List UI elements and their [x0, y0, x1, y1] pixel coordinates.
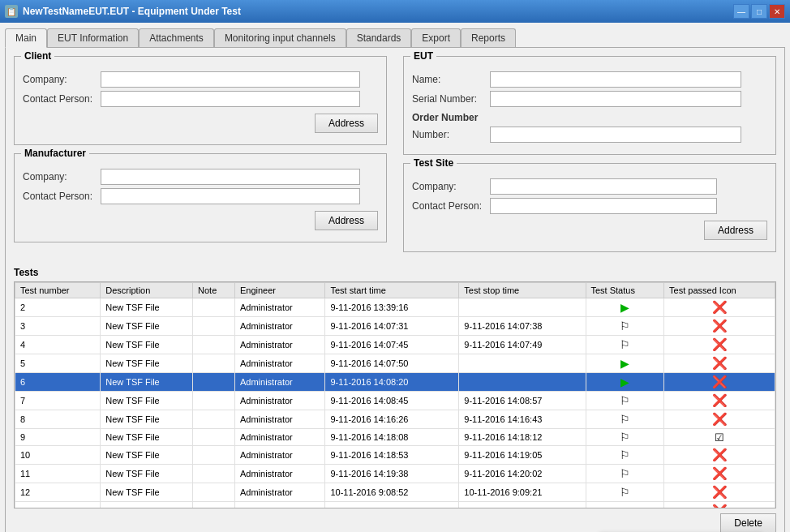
tab-eut-information[interactable]: EUT Information: [47, 28, 139, 48]
testsite-contact-label: Contact Person:: [412, 200, 485, 212]
eut-name-input[interactable]: [490, 71, 741, 88]
cell-status: ⚐: [586, 317, 664, 336]
cell-description: New TSF File: [101, 317, 193, 336]
cell-test-number: 9: [15, 429, 101, 446]
checkered-icon: ⚐: [620, 413, 630, 426]
client-address-button[interactable]: Address: [315, 114, 378, 133]
tab-attachments[interactable]: Attachments: [139, 28, 214, 48]
cell-start-time: 10-11-2016 9:08:52: [325, 483, 459, 502]
client-contact-row: Contact Person:: [23, 91, 378, 107]
cell-start-time: 14-11-2016 16:24:11: [325, 502, 459, 509]
manufacturer-address-row: Address: [23, 211, 378, 230]
tests-section: Tests Test number Description Note Engin…: [14, 267, 776, 532]
cell-description: New TSF File: [101, 336, 193, 354]
checkered-icon: ⚐: [620, 394, 630, 407]
checkbox-icon: ☑: [715, 431, 724, 444]
manufacturer-contact-input[interactable]: [101, 188, 360, 204]
table-row[interactable]: 13New TSF FileAdministrator14-11-2016 16…: [15, 502, 775, 509]
tab-standards[interactable]: Standards: [346, 28, 412, 48]
cell-start-time: 9-11-2016 14:18:53: [325, 446, 459, 465]
minimize-button[interactable]: —: [733, 4, 749, 19]
cell-description: New TSF File: [101, 465, 193, 483]
bottom-bar: Delete: [14, 513, 776, 532]
cell-engineer: Administrator: [234, 446, 324, 465]
cell-engineer: Administrator: [234, 410, 324, 429]
client-contact-input[interactable]: [101, 91, 360, 107]
checkered-icon: ⚐: [620, 467, 630, 480]
table-row[interactable]: 2New TSF FileAdministrator9-11-2016 13:3…: [15, 298, 775, 317]
tab-monitoring-input-channels[interactable]: Monitoring input channels: [214, 28, 346, 48]
close-button[interactable]: ✕: [769, 4, 785, 19]
cell-engineer: Administrator: [234, 483, 324, 502]
cell-stop-time: [459, 298, 586, 317]
title-bar: 📋 NewTestNameEUT.EUT - Equipment Under T…: [0, 0, 790, 23]
table-row[interactable]: 5New TSF FileAdministrator9-11-2016 14:0…: [15, 354, 775, 373]
cell-engineer: Administrator: [234, 465, 324, 483]
cell-note: [193, 392, 235, 410]
cell-passed: ❌: [664, 465, 775, 483]
manufacturer-contact-label: Contact Person:: [23, 191, 96, 202]
table-row[interactable]: 11New TSF FileAdministrator9-11-2016 14:…: [15, 465, 775, 483]
testsite-address-button[interactable]: Address: [704, 221, 767, 240]
test-site-group-box: Test Site Company: Contact Person: Addre…: [403, 163, 776, 252]
table-row[interactable]: 9New TSF FileAdministrator9-11-2016 14:1…: [15, 429, 775, 446]
manufacturer-company-input[interactable]: [101, 169, 360, 185]
tab-main[interactable]: Main: [5, 28, 47, 48]
cell-passed: ❌: [664, 410, 775, 429]
cell-engineer: Administrator: [234, 392, 324, 410]
table-row[interactable]: 8New TSF FileAdministrator9-11-2016 14:1…: [15, 410, 775, 429]
cell-stop-time: [459, 354, 586, 373]
right-column: EUT Name: Serial Number: Order Number Nu…: [403, 56, 776, 260]
checkered-icon: ⚐: [620, 431, 630, 444]
testsite-company-input[interactable]: [490, 178, 717, 195]
cell-status: ⚐: [586, 410, 664, 429]
cell-note: [193, 502, 235, 509]
client-company-input[interactable]: [101, 71, 360, 88]
tab-reports[interactable]: Reports: [461, 28, 516, 48]
manufacturer-group-box: Manufacturer Company: Contact Person: Ad…: [14, 153, 387, 242]
cell-description: New TSF File: [101, 502, 193, 509]
tests-table-container[interactable]: Test number Description Note Engineer Te…: [14, 281, 776, 508]
eut-group-box: EUT Name: Serial Number: Order Number Nu…: [403, 56, 776, 155]
cell-start-time: 9-11-2016 14:08:20: [325, 373, 459, 392]
checkered-icon: ⚐: [620, 338, 630, 351]
table-row[interactable]: 10New TSF FileAdministrator9-11-2016 14:…: [15, 446, 775, 465]
cell-note: [193, 410, 235, 429]
eut-title: EUT: [410, 50, 436, 62]
cell-status: ⚐: [586, 483, 664, 502]
cell-passed: ❌: [664, 317, 775, 336]
red-x-icon: ❌: [712, 319, 728, 332]
table-row[interactable]: 7New TSF FileAdministrator9-11-2016 14:0…: [15, 392, 775, 410]
red-x-icon: ❌: [712, 337, 728, 351]
cell-engineer: Administrator: [234, 336, 324, 354]
cell-test-number: 4: [15, 336, 101, 354]
table-row[interactable]: 4New TSF FileAdministrator9-11-2016 14:0…: [15, 336, 775, 354]
cell-note: [193, 354, 235, 373]
table-row[interactable]: 12New TSF FileAdministrator10-11-2016 9:…: [15, 483, 775, 502]
tab-export[interactable]: Export: [411, 28, 461, 48]
window-body: Main EUT Information Attachments Monitor…: [0, 23, 790, 532]
manufacturer-address-button[interactable]: Address: [315, 211, 378, 230]
eut-serial-input[interactable]: [490, 91, 741, 107]
table-row[interactable]: 6New TSF FileAdministrator9-11-2016 14:0…: [15, 373, 775, 392]
maximize-button[interactable]: □: [751, 4, 767, 19]
red-x-icon: ❌: [712, 448, 728, 461]
title-buttons: — □ ✕: [733, 4, 785, 19]
cell-description: New TSF File: [101, 298, 193, 317]
left-column: Client Company: Contact Person: Address: [14, 56, 387, 260]
cell-stop-time: [459, 502, 586, 509]
red-x-icon: ❌: [712, 300, 728, 314]
testsite-contact-input[interactable]: [490, 198, 717, 214]
cell-status: ⚐: [586, 429, 664, 446]
cell-stop-time: 9-11-2016 14:20:02: [459, 465, 586, 483]
manufacturer-company-row: Company:: [23, 169, 378, 185]
eut-number-input[interactable]: [490, 127, 741, 143]
eut-name-label: Name:: [412, 74, 485, 85]
play-icon: ▶: [620, 504, 629, 508]
delete-button[interactable]: Delete: [720, 513, 776, 532]
red-x-icon: ❌: [712, 485, 728, 499]
cell-start-time: 9-11-2016 14:07:31: [325, 317, 459, 336]
play-icon: ▶: [620, 357, 629, 370]
table-row[interactable]: 3New TSF FileAdministrator9-11-2016 14:0…: [15, 317, 775, 336]
cell-stop-time: 9-11-2016 14:07:38: [459, 317, 586, 336]
